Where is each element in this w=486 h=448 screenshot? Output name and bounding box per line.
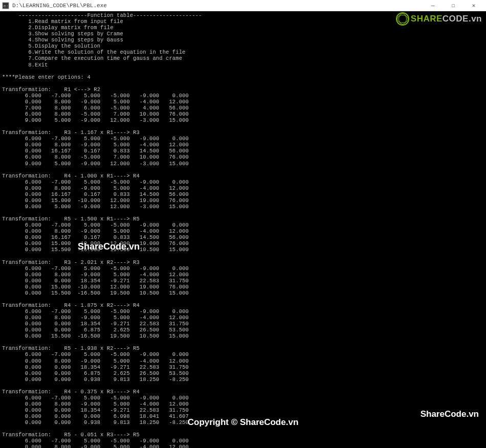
minimize-button[interactable]: — — [423, 0, 443, 11]
sharecode-logo: SHARECODE.vn — [396, 12, 482, 26]
maximize-button[interactable]: ☐ — [443, 0, 463, 11]
window-controls: — ☐ ✕ — [423, 0, 484, 11]
logo-text-vn: .vn — [469, 14, 482, 24]
logo-globe-icon — [396, 12, 409, 26]
logo-text-share: SHARE — [411, 14, 443, 24]
app-icon: c:\ — [2, 2, 9, 9]
watermark-inline: ShareCode.vn — [78, 241, 140, 252]
window-title: D:\LEARNING_CODE\PBL\PBL.exe — [12, 3, 423, 9]
title-bar: c:\ D:\LEARNING_CODE\PBL\PBL.exe — ☐ ✕ — [0, 0, 486, 11]
watermark-right: ShareCode.vn — [421, 409, 479, 419]
logo-text-code: CODE — [443, 14, 469, 24]
close-button[interactable]: ✕ — [463, 0, 484, 11]
console-output: ---------------------Function table-----… — [0, 11, 486, 448]
watermark-center: Copyright © ShareCode.vn — [188, 417, 299, 428]
svg-text:c:\: c:\ — [4, 4, 9, 8]
